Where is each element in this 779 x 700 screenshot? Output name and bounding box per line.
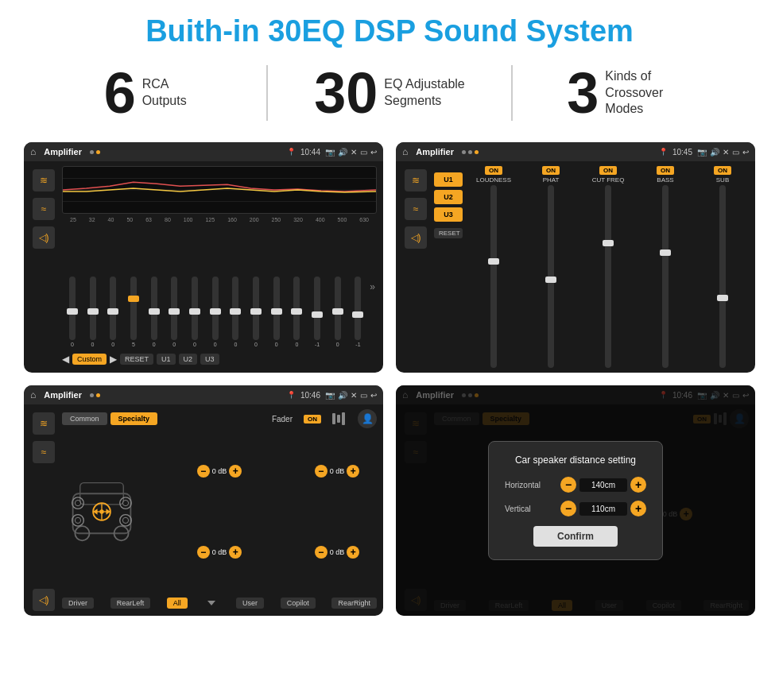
eq-wave-btn[interactable]: ≈: [33, 198, 55, 220]
slider-250[interactable]: 0: [268, 277, 285, 347]
zone-user[interactable]: User: [236, 598, 264, 609]
modal-vertical-plus[interactable]: +: [630, 501, 646, 516]
db-fr-plus[interactable]: +: [347, 465, 359, 478]
stats-row: 6 RCAOutputs 30 EQ AdjustableSegments 3 …: [0, 56, 779, 136]
modal-vertical-row: Vertical − 110cm +: [505, 501, 646, 516]
fader-speaker-btn[interactable]: ◁): [33, 589, 55, 611]
eq-custom-btn[interactable]: Custom: [72, 354, 107, 365]
back-icon[interactable]: ↩: [370, 148, 377, 157]
on-badge-loudness[interactable]: ON: [485, 166, 502, 175]
home-icon-2[interactable]: ⌂: [402, 146, 408, 157]
slider-50[interactable]: 5: [125, 277, 142, 347]
cross-speaker-btn[interactable]: ◁): [405, 226, 427, 249]
back-icon-3[interactable]: ↩: [370, 391, 377, 400]
slider-cutfreq[interactable]: [605, 185, 611, 368]
cross-wave-btn[interactable]: ≈: [405, 198, 427, 220]
eq-u1-btn[interactable]: U1: [157, 354, 176, 365]
zone-rearleft[interactable]: RearLeft: [110, 598, 151, 609]
modal-vertical-minus[interactable]: −: [560, 501, 576, 516]
eq-speaker-btn[interactable]: ◁): [33, 226, 55, 249]
fader-on-badge[interactable]: ON: [304, 415, 321, 423]
home-icon[interactable]: ⌂: [30, 146, 36, 157]
preset-u1[interactable]: U1: [434, 172, 463, 187]
on-badge-sub[interactable]: ON: [714, 166, 731, 175]
fader-wave-btn[interactable]: ≈: [33, 441, 55, 463]
zone-copilot[interactable]: Copilot: [281, 598, 316, 609]
modal-horizontal-row: Horizontal − 140cm +: [505, 477, 646, 493]
modal-horizontal-minus[interactable]: −: [560, 477, 576, 493]
fader-tune-btn[interactable]: ≋: [33, 412, 55, 435]
status-bar-3: ⌂ Amplifier 📍 10:46 📷 🔊 ✕ ▭ ↩: [24, 385, 383, 404]
eq-chart: [62, 166, 377, 214]
close-icon[interactable]: ✕: [351, 148, 357, 157]
on-badge-bass[interactable]: ON: [657, 166, 674, 175]
slider-sub[interactable]: [719, 185, 726, 368]
svg-point-11: [72, 515, 84, 527]
db-fl-minus[interactable]: −: [197, 465, 210, 478]
dots-2: [462, 150, 479, 154]
db-rl-minus[interactable]: −: [197, 546, 210, 559]
eq-arrows[interactable]: »: [370, 281, 375, 292]
cross-reset-btn[interactable]: RESET: [434, 228, 463, 238]
slider-630[interactable]: -1: [350, 277, 367, 347]
tab-specialty[interactable]: Specialty: [110, 412, 158, 425]
slider-500[interactable]: 0: [329, 277, 347, 347]
db-fr-minus[interactable]: −: [315, 465, 327, 478]
screen3-title: Amplifier: [44, 390, 82, 400]
eq-tune-btn[interactable]: ≋: [33, 169, 55, 191]
svg-point-13: [120, 515, 132, 527]
slider-320[interactable]: 0: [289, 277, 306, 347]
eq-prev-btn[interactable]: ◀: [62, 354, 69, 365]
eq-next-btn[interactable]: ▶: [110, 354, 117, 365]
dot1: [90, 150, 100, 154]
slider-loudness[interactable]: [490, 185, 497, 368]
close-icon-2[interactable]: ✕: [723, 148, 729, 157]
slider-160[interactable]: 0: [227, 277, 245, 347]
zone-rearright[interactable]: RearRight: [331, 598, 377, 609]
zone-all[interactable]: All: [167, 598, 188, 609]
modal-horizontal-plus[interactable]: +: [630, 477, 646, 493]
stat-number-eq: 30: [314, 64, 378, 122]
slider-100[interactable]: 0: [186, 277, 203, 347]
settings-btn[interactable]: 👤: [358, 409, 377, 428]
eq-sidebar: ≋ ≈ ◁): [30, 166, 57, 368]
stat-label-eq: EQ AdjustableSegments: [384, 76, 464, 110]
zone-driver[interactable]: Driver: [62, 598, 94, 609]
fader-sidebar: ≋ ≈ ◁): [30, 409, 57, 611]
slider-phat[interactable]: [548, 185, 554, 368]
cross-tune-btn[interactable]: ≋: [405, 169, 427, 191]
volume-icon-3: 🔊: [338, 391, 347, 400]
window-icon: ▭: [360, 148, 367, 157]
db-rl-plus[interactable]: +: [229, 546, 242, 559]
db-fl-plus[interactable]: +: [229, 465, 242, 478]
slider-bass[interactable]: [662, 185, 669, 368]
home-icon-3[interactable]: ⌂: [30, 389, 36, 400]
slider-400[interactable]: -1: [308, 277, 326, 347]
close-icon-3[interactable]: ✕: [351, 391, 357, 400]
on-badge-phat[interactable]: ON: [542, 166, 560, 175]
tab-common[interactable]: Common: [62, 412, 107, 425]
slider-25[interactable]: 0: [64, 277, 81, 347]
preset-u3[interactable]: U3: [434, 207, 463, 222]
slider-32[interactable]: 0: [84, 277, 102, 347]
db-rr-minus[interactable]: −: [315, 546, 327, 559]
slider-40[interactable]: 0: [104, 277, 122, 347]
distance-modal: Car speaker distance setting Horizontal …: [488, 441, 663, 560]
slider-80[interactable]: 0: [165, 277, 183, 347]
slider-200[interactable]: 0: [247, 277, 265, 347]
modal-confirm-button[interactable]: Confirm: [533, 526, 618, 547]
slider-125[interactable]: 0: [207, 277, 224, 347]
db-rl: − 0 dB +: [146, 546, 293, 559]
eq-u3-btn[interactable]: U3: [200, 354, 219, 365]
slider-63[interactable]: 0: [145, 277, 163, 347]
channel-phat: ON PHAT: [525, 166, 577, 368]
status-bar-1: ⌂ Amplifier 📍 10:44 📷 🔊 ✕ ▭ ↩: [24, 142, 383, 161]
db-rr-plus[interactable]: +: [347, 546, 359, 559]
on-badge-cutfreq[interactable]: ON: [599, 166, 617, 175]
back-icon-2[interactable]: ↩: [742, 148, 749, 157]
eq-reset-btn[interactable]: RESET: [120, 354, 153, 365]
eq-u2-btn[interactable]: U2: [179, 354, 198, 365]
eq-freq-labels: 25 32 40 50 63 80 100 125 160 200 250 32…: [62, 217, 377, 222]
preset-u2[interactable]: U2: [434, 190, 463, 204]
stat-label-rca: RCAOutputs: [142, 76, 187, 110]
